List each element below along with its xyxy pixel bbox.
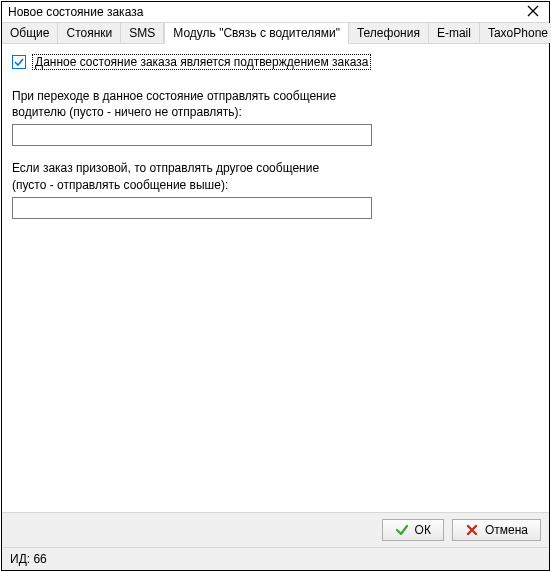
confirm-checkbox-label: Данное состояние заказа является подтвер… [32,54,371,70]
label-line: водителю (пусто - ничего не отправлять): [12,105,242,119]
dialog-footer: ОК Отмена ИД: 66 [2,512,549,570]
tab-email[interactable]: E-mail [429,23,480,43]
label-line: (пусто - отправлять сообщение выше): [12,178,228,192]
tab-strip: Общие Стоянки SMS Модуль "Связь с водите… [2,22,549,44]
status-bar: ИД: 66 [2,547,549,570]
tab-label: Стоянки [66,26,112,40]
tab-stops[interactable]: Стоянки [58,23,121,43]
driver-message-label: При переходе в данное состояние отправля… [12,88,392,120]
tab-label: TaxoPhone [488,26,548,40]
driver-message-input[interactable] [12,124,372,146]
label-line: При переходе в данное состояние отправля… [12,89,336,103]
window-title: Новое состояние заказа [8,5,143,19]
prize-message-label: Если заказ призовой, то отправлять друго… [12,160,392,192]
ok-button[interactable]: ОК [382,519,444,541]
ok-check-icon [395,523,409,537]
cancel-button[interactable]: Отмена [452,519,541,541]
button-row: ОК Отмена [2,513,549,547]
titlebar: Новое состояние заказа [2,2,549,22]
cancel-x-icon [465,523,479,537]
prize-message-input[interactable] [12,197,372,219]
tab-telephony[interactable]: Телефония [349,23,429,43]
tab-taxophone[interactable]: TaxoPhone [480,23,551,43]
confirm-checkbox-row[interactable]: Данное состояние заказа является подтвер… [12,54,371,70]
tab-label: Общие [10,26,49,40]
dialog-window: Новое состояние заказа Общие Стоянки SMS… [1,1,550,571]
tab-label: E-mail [437,26,471,40]
check-icon [14,57,24,67]
cancel-button-label: Отмена [485,523,528,537]
tab-general[interactable]: Общие [2,23,58,43]
tab-label: SMS [129,26,155,40]
tab-label: Модуль "Связь с водителями" [173,26,340,40]
label-line: Если заказ призовой, то отправлять друго… [12,161,319,175]
id-label: ИД: 66 [10,552,47,566]
ok-button-label: ОК [415,523,431,537]
tab-label: Телефония [357,26,420,40]
confirm-checkbox[interactable] [12,55,26,69]
close-icon[interactable] [523,5,543,19]
tab-content: Данное состояние заказа является подтвер… [2,44,549,512]
tab-driver-module[interactable]: Модуль "Связь с водителями" [164,22,349,44]
tab-sms[interactable]: SMS [121,23,164,43]
